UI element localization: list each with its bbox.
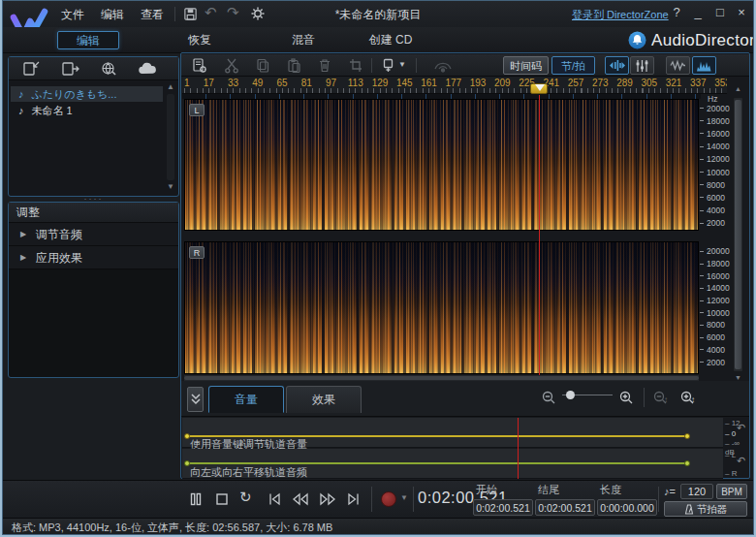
- login-link[interactable]: 登录到 DirectorZone: [572, 8, 669, 22]
- zoom-out-horizontal-icon[interactable]: [541, 390, 557, 406]
- menu-item-0[interactable]: 文件: [61, 7, 84, 23]
- pan-keyframe-dot[interactable]: [684, 460, 690, 466]
- room-tab-0[interactable]: 编辑: [57, 31, 119, 49]
- reset-pan-icon[interactable]: ↶: [737, 455, 745, 467]
- adjust-item-1[interactable]: ▶应用效果: [9, 246, 178, 269]
- copy-icon[interactable]: [255, 57, 270, 74]
- zoom-in-horizontal-icon[interactable]: [618, 390, 635, 406]
- download-from-web-icon[interactable]: [100, 60, 117, 77]
- status-bar: 格式: MP3, 44100Hz, 16-位, 立体声, 长度: 02:56.5…: [3, 518, 753, 534]
- add-marker-icon[interactable]: [381, 57, 395, 74]
- bottom-tab-1[interactable]: 效果: [286, 386, 362, 413]
- settings-gear-icon[interactable]: [250, 6, 266, 21]
- delete-trash-icon[interactable]: [317, 57, 332, 74]
- ruler-tick-129: 129: [372, 78, 389, 88]
- freq-label-14000: 14000: [700, 282, 733, 295]
- skip-to-end-button[interactable]: [345, 490, 362, 508]
- file-info-text: 格式: MP3, 44100Hz, 16-位, 立体声, 长度: 02:56.5…: [12, 521, 332, 534]
- skip-to-start-button[interactable]: [266, 490, 283, 508]
- minimize-button[interactable]: _: [689, 5, 707, 19]
- record-button[interactable]: [381, 491, 396, 507]
- beat-button[interactable]: 节/拍: [551, 56, 595, 75]
- marker-dropdown-icon[interactable]: ▼: [398, 60, 406, 69]
- file-properties-icon[interactable]: [191, 57, 207, 74]
- vertical-scrollbar[interactable]: [733, 97, 743, 372]
- zoom-slider-knob[interactable]: [566, 391, 575, 399]
- room-tab-1[interactable]: 恢复: [184, 31, 215, 49]
- fast-forward-button[interactable]: [318, 490, 337, 508]
- record-dropdown-icon[interactable]: ▼: [400, 493, 408, 502]
- media-list-item-0[interactable]: ♪ふたりのきもち...: [11, 86, 163, 102]
- menu-item-2[interactable]: 查看: [141, 7, 164, 23]
- freq-label-8000: 8000: [700, 319, 733, 332]
- v-scroll-thumb[interactable]: [735, 100, 741, 369]
- maximize-button[interactable]: □: [711, 5, 729, 19]
- timecode-button[interactable]: 时间码: [503, 56, 549, 75]
- room-tab-2[interactable]: 混音: [288, 31, 319, 49]
- bpm-value-field[interactable]: 120: [680, 484, 713, 499]
- audio-note-icon: ♪: [18, 105, 24, 116]
- region-view-icon[interactable]: [605, 56, 629, 75]
- tick-dash: [700, 300, 704, 301]
- zoom-in-vertical-icon[interactable]: ↕: [679, 390, 696, 406]
- stop-button[interactable]: [213, 490, 231, 508]
- v-scroll-up-icon[interactable]: ▲: [733, 85, 743, 92]
- timeline-ruler[interactable]: 1173349658197113129145161177193209225241…: [182, 77, 727, 94]
- import-media-icon[interactable]: [22, 60, 41, 77]
- rewind-button[interactable]: [291, 490, 310, 508]
- range-field-value[interactable]: 0:02:00.521: [473, 499, 533, 516]
- freq-label-16000: 16000: [700, 127, 733, 140]
- tick-dash: [700, 108, 704, 109]
- cloud-icon[interactable]: [138, 61, 158, 76]
- freq-label-20000: 20000: [700, 245, 733, 258]
- room-tab-3[interactable]: 创建 CD: [367, 31, 414, 49]
- freq-value: 16000: [707, 129, 730, 139]
- spectrogram-right-channel[interactable]: R: [184, 241, 699, 374]
- cut-scissors-icon[interactable]: [224, 57, 239, 74]
- metronome-button[interactable]: 节拍器: [664, 501, 747, 517]
- redo-icon[interactable]: ↷: [227, 4, 239, 21]
- v-scroll-down-icon[interactable]: ▼: [733, 374, 743, 381]
- collapse-panel-button[interactable]: [187, 387, 204, 412]
- menu-item-1[interactable]: 编辑: [101, 7, 124, 23]
- pan-envelope-label: 向左或向右平移轨道音频: [190, 465, 307, 480]
- export-media-icon[interactable]: [61, 60, 79, 77]
- h-scroll-thumb[interactable]: [184, 376, 699, 380]
- ruler-tick-97: 97: [326, 78, 336, 88]
- tick-dash: [700, 133, 704, 134]
- save-icon[interactable]: [183, 7, 198, 21]
- mixer-icon[interactable]: [630, 56, 654, 75]
- loop-button[interactable]: ↻: [239, 489, 252, 506]
- adjust-item-0[interactable]: ▶调节音频: [9, 223, 178, 246]
- range-field-value[interactable]: 0:02:00.521: [535, 499, 595, 516]
- bottom-tab-0[interactable]: 音量: [208, 386, 284, 413]
- pause-button[interactable]: [187, 490, 205, 508]
- volume-keyframe-dot[interactable]: [684, 433, 690, 439]
- spectrogram-left-channel[interactable]: L: [184, 99, 699, 231]
- scroll-up-icon[interactable]: ▲: [165, 82, 176, 92]
- ruler-tick-353: 353: [714, 78, 727, 88]
- reset-volume-icon[interactable]: ↶: [737, 422, 745, 434]
- audio-note-icon: ♪: [18, 88, 24, 100]
- pan-envelope-row[interactable]: 向左或向右平移轨道音频: [182, 449, 723, 479]
- library-scrollbar[interactable]: ▲ ▼: [165, 82, 176, 192]
- freq-value: 12000: [707, 296, 730, 305]
- zoom-out-vertical-icon[interactable]: ↕: [652, 390, 669, 406]
- pan-envelope-line[interactable]: [186, 462, 688, 464]
- volume-envelope-row[interactable]: 使用音量键调节轨道音量: [182, 418, 723, 448]
- trim-crop-icon[interactable]: [348, 57, 363, 74]
- waveform-view-icon[interactable]: [666, 56, 690, 75]
- range-field-value[interactable]: 0:00:00.000: [597, 499, 657, 516]
- bpm-button[interactable]: BPM: [716, 484, 747, 499]
- spectral-view-icon[interactable]: [692, 56, 716, 75]
- playhead-marker[interactable]: [530, 83, 548, 94]
- spectro-shade: [185, 242, 698, 373]
- help-button[interactable]: ?: [668, 5, 685, 19]
- undo-icon[interactable]: ↶: [205, 4, 217, 21]
- scroll-down-icon[interactable]: ▼: [165, 182, 176, 192]
- paste-icon[interactable]: [286, 57, 301, 74]
- close-button[interactable]: ×: [733, 5, 750, 19]
- window-title: *未命名的新项目: [335, 7, 422, 23]
- freq-value: 14000: [707, 283, 730, 293]
- media-list-item-1[interactable]: ♪未命名 1: [11, 103, 163, 118]
